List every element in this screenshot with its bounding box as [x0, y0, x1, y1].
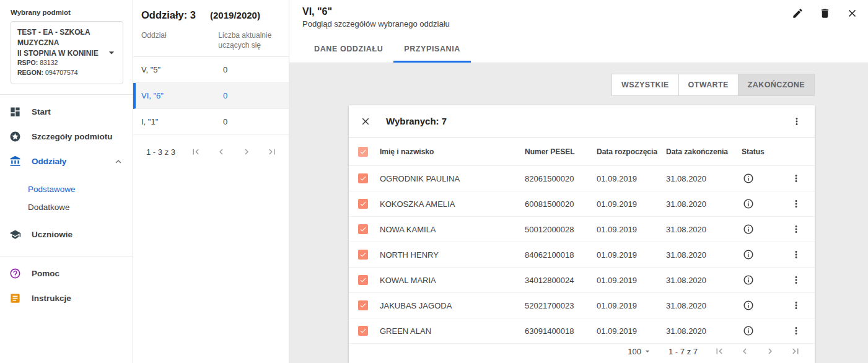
- przypisania-card: Wybranych: 7 Imię i nazwisko Numer PESEL…: [349, 105, 815, 363]
- row-menu-icon[interactable]: [791, 224, 802, 235]
- sidebar-item-szczegoly-podmiotu[interactable]: Szczegóły podmiotu: [0, 125, 133, 149]
- oddzial-row[interactable]: VI, "6" 0: [133, 83, 289, 109]
- info-icon[interactable]: [743, 274, 754, 286]
- entity-selector[interactable]: TEST - EA - SZKOŁA MUZYCZNA II STOPNIA W…: [11, 21, 123, 84]
- row-checkbox[interactable]: [358, 275, 368, 285]
- more-actions-icon[interactable]: [791, 116, 802, 127]
- student-pesel: 82061500020: [525, 174, 597, 183]
- row-checkbox[interactable]: [358, 326, 368, 336]
- page-size-select[interactable]: 100: [628, 346, 652, 356]
- info-icon[interactable]: [743, 300, 754, 311]
- status-filter-button[interactable]: WSZYSTKIE: [612, 74, 679, 96]
- first-page-icon[interactable]: [190, 146, 201, 157]
- sidebar-item-uczniowie[interactable]: Uczniowie: [0, 222, 133, 247]
- oddzial-row[interactable]: I, "1" 0: [133, 109, 289, 135]
- detail-title: VI, "6": [302, 6, 868, 17]
- pagination-range: 1 - 7 z 7: [669, 347, 698, 356]
- row-checkbox[interactable]: [358, 224, 368, 234]
- detail-subtitle: Podgląd szczegółów wybranego oddziału: [302, 19, 868, 28]
- sidebar-nav: Start Szczegóły podmiotu Oddziały Podsta…: [0, 100, 133, 247]
- row-menu-icon[interactable]: [791, 198, 802, 209]
- selected-count: Wybranych: 7: [386, 116, 447, 126]
- row-menu-icon[interactable]: [791, 173, 802, 184]
- row-menu-icon[interactable]: [791, 274, 802, 286]
- info-icon[interactable]: [743, 249, 754, 260]
- sidebar-item-label: Start: [32, 107, 51, 116]
- status-filter-button[interactable]: OTWARTE: [679, 74, 739, 96]
- student-name: NORTH HENRY: [380, 250, 525, 260]
- detail-header: VI, "6" Podgląd szczegółów wybranego odd…: [289, 0, 868, 63]
- student-row[interactable]: NORTH HENRY 84062100018 01.09.2019 31.08…: [349, 242, 815, 268]
- row-menu-icon[interactable]: [791, 249, 802, 260]
- info-icon[interactable]: [743, 325, 754, 336]
- student-pesel: 63091400018: [525, 326, 597, 336]
- next-page-icon[interactable]: [765, 346, 776, 357]
- sidebar-item-pomoc[interactable]: Pomoc: [0, 261, 133, 286]
- sidebar-item-label: Uczniowie: [32, 230, 72, 239]
- oddzial-name: I, "1": [141, 117, 223, 126]
- sidebar: Wybrany podmiot TEST - EA - SZKOŁA MUZYC…: [0, 0, 133, 363]
- info-icon[interactable]: [743, 224, 754, 235]
- help-icon: [9, 268, 21, 279]
- students-table-header: Imię i nazwisko Numer PESEL Data rozpocz…: [349, 138, 815, 166]
- clear-selection-icon[interactable]: [360, 116, 371, 127]
- sidebar-item-oddzialy[interactable]: Oddziały: [0, 149, 133, 174]
- edit-icon[interactable]: [792, 7, 804, 19]
- row-checkbox[interactable]: [358, 173, 368, 183]
- next-page-icon[interactable]: [241, 146, 252, 157]
- entity-name: TEST - EA - SZKOŁA MUZYCZNA II STOPNIA W…: [17, 27, 107, 58]
- tab[interactable]: PRZYPISANIA: [393, 38, 471, 63]
- last-page-icon[interactable]: [266, 146, 278, 157]
- student-row[interactable]: NOWA KAMILA 50012000028 01.09.2019 31.08…: [349, 217, 815, 242]
- student-row[interactable]: KOKOSZKA AMELIA 60081500020 01.09.2019 3…: [349, 191, 815, 217]
- sidebar-subitem-podstawowe[interactable]: Podstawowe: [0, 180, 133, 198]
- column-liczba: Liczba aktualnie uczących się: [218, 31, 281, 50]
- oddzial-row[interactable]: V, "5" 0: [133, 57, 289, 83]
- status-filter-button[interactable]: ZAKOŃCZONE: [739, 74, 815, 96]
- detail-body: WSZYSTKIE OTWARTE ZAKOŃCZONE Wybranych: …: [289, 63, 868, 363]
- row-checkbox[interactable]: [358, 199, 368, 209]
- selection-toolbar: Wybranych: 7: [349, 105, 815, 138]
- oddzial-count: 0: [223, 117, 227, 126]
- student-pesel: 84062100018: [525, 250, 597, 260]
- close-icon[interactable]: [846, 7, 858, 19]
- row-checkbox[interactable]: [358, 300, 368, 310]
- first-page-icon[interactable]: [714, 346, 725, 357]
- oddzialy-panel-header: Oddziały: 3 (2019/2020): [133, 0, 289, 27]
- previous-page-icon[interactable]: [739, 346, 750, 357]
- student-name: KOKOSZKA AMELIA: [380, 199, 525, 209]
- row-checkbox[interactable]: [358, 250, 368, 260]
- student-row[interactable]: KOWAL MARIA 34012800024 01.09.2019 31.08…: [349, 268, 815, 293]
- sidebar-subitem-dodatkowe[interactable]: Dodatkowe: [0, 198, 133, 216]
- last-page-icon[interactable]: [790, 346, 801, 357]
- end-date: 31.08.2020: [666, 326, 742, 336]
- row-menu-icon[interactable]: [791, 300, 802, 311]
- page-size-value: 100: [628, 347, 641, 356]
- oddzialy-list-panel: Oddziały: 3 (2019/2020) Oddział Liczba a…: [133, 0, 289, 363]
- tab[interactable]: DANE ODDZIAŁU: [304, 38, 393, 63]
- dashboard-icon: [9, 106, 21, 118]
- student-pesel: 52021700023: [525, 301, 597, 310]
- sidebar-item-instrukcje[interactable]: Instrukcje: [0, 286, 133, 311]
- row-menu-icon[interactable]: [791, 325, 802, 336]
- delete-icon[interactable]: [819, 7, 831, 19]
- end-date: 31.08.2020: [666, 199, 742, 209]
- sidebar-item-label: Pomoc: [32, 269, 59, 278]
- info-icon[interactable]: [743, 198, 754, 209]
- tab-label: PRZYPISANIA: [404, 45, 460, 53]
- sidebar-item-start[interactable]: Start: [0, 100, 133, 125]
- column-start-date: Data rozpoczęcia: [597, 147, 666, 156]
- oddzial-count: 0: [223, 91, 227, 100]
- oddzialy-column-headers: Oddział Liczba aktualnie uczących się: [133, 27, 289, 57]
- select-all-checkbox[interactable]: [358, 147, 368, 157]
- chevron-up-icon[interactable]: [113, 156, 124, 167]
- student-row[interactable]: OGRODNIK PAULINA 82061500020 01.09.2019 …: [349, 166, 815, 191]
- info-icon[interactable]: [743, 173, 754, 184]
- end-date: 31.08.2020: [666, 174, 742, 183]
- student-row[interactable]: JAKUBAS JAGODA 52021700023 01.09.2019 31…: [349, 293, 815, 318]
- previous-page-icon[interactable]: [216, 146, 227, 157]
- status-filter-group: WSZYSTKIE OTWARTE ZAKOŃCZONE: [289, 74, 815, 96]
- student-name: NOWA KAMILA: [380, 225, 525, 234]
- start-date: 01.09.2019: [597, 199, 666, 209]
- entity-label: Wybrany podmiot: [0, 0, 133, 21]
